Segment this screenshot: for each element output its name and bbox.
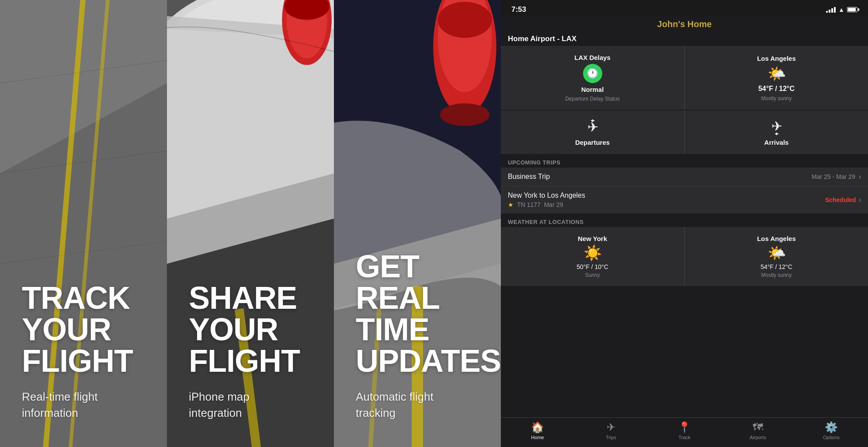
track-tab-label: Track xyxy=(678,435,690,440)
lax-status-label: Normal xyxy=(581,86,604,93)
promo-panel-track: TRACK YOUR FLIGHT Real-time flight infor… xyxy=(0,0,167,447)
status-time: 7:53 xyxy=(511,5,526,14)
clock-icon: 🕐 xyxy=(587,68,598,79)
star-icon: ★ xyxy=(508,201,514,208)
wifi-icon: ▲ xyxy=(838,6,844,13)
business-trip-dates: Mar 25 - Mar 29 xyxy=(812,173,855,180)
panel-1-subtext: Real-time flight information xyxy=(22,389,145,421)
panel-2-subtext: iPhone map integration xyxy=(189,389,312,421)
svg-point-25 xyxy=(437,2,492,38)
departures-card[interactable]: ✈ Departures xyxy=(501,111,684,154)
svg-point-26 xyxy=(440,103,490,126)
new-york-temp: 50°F / 10°C xyxy=(576,263,608,270)
panel-2-content: SHARE YOUR FLIGHT iPhone map integration xyxy=(189,282,312,421)
upcoming-trips-label: Upcoming Trips xyxy=(501,154,868,168)
new-york-weather-icon: ☀️ xyxy=(583,244,602,262)
airports-tab-label: Airports xyxy=(750,435,766,440)
weather-cards-grid: New York ☀️ 50°F / 10°C Sunny Los Angele… xyxy=(501,227,868,286)
options-tab-icon: ⚙️ xyxy=(825,421,838,433)
la-weather-icon-2: 🌤️ xyxy=(767,244,786,262)
la-weather-icon: 🌤️ xyxy=(767,65,786,82)
tab-airports[interactable]: 🗺 Airports xyxy=(743,421,773,440)
arrivals-card[interactable]: ✈ Arrivals xyxy=(685,111,868,154)
panel-3-content: GET REAL TIME UPDATES Automatic flight t… xyxy=(356,251,479,421)
nav-title: John's Home xyxy=(501,16,868,31)
arrivals-label: Arrivals xyxy=(764,139,789,146)
business-trip-row[interactable]: Business Trip Mar 25 - Mar 29 › xyxy=(501,168,868,186)
svg-text:✈: ✈ xyxy=(771,119,782,133)
tab-trips[interactable]: ✈ Trips xyxy=(596,421,626,440)
airports-tab-icon: 🗺 xyxy=(753,421,763,433)
tab-home[interactable]: 🏠 Home xyxy=(522,421,553,440)
lax-delays-subtitle: Departure Delay Status xyxy=(565,96,620,102)
promo-panel-share: SHARE YOUR FLIGHT iPhone map integration xyxy=(167,0,334,447)
home-tab-icon: 🏠 xyxy=(531,421,544,433)
flight-date: Mar 29 xyxy=(544,201,563,208)
home-tab-label: Home xyxy=(531,435,544,440)
track-tab-icon: 📍 xyxy=(678,421,691,433)
signal-icon xyxy=(826,7,836,13)
arrivals-icon: ✈ xyxy=(768,119,785,136)
tab-track[interactable]: 📍 Track xyxy=(669,421,700,440)
la-weather-card[interactable]: Los Angeles 🌤️ 54°F / 12°C Mostly sunny xyxy=(685,46,868,110)
la-weather-card-2[interactable]: Los Angeles 🌤️ 54°F / 12°C Mostly sunny xyxy=(685,227,868,286)
new-york-city-name: New York xyxy=(578,235,607,242)
tab-options[interactable]: ⚙️ Options xyxy=(816,421,847,440)
spacer xyxy=(501,286,868,417)
flight-number: TN 1177 xyxy=(517,201,541,208)
weather-locations-label: Weather at Locations xyxy=(501,213,868,227)
new-york-desc: Sunny xyxy=(585,272,600,278)
flight-chevron-icon: › xyxy=(859,196,861,204)
options-tab-label: Options xyxy=(823,435,840,440)
phone-content: John's Home Home Airport - LAX LAX Delay… xyxy=(501,16,868,447)
la-desc: Mostly sunny xyxy=(761,272,792,278)
lax-status-icon: 🕐 xyxy=(583,64,602,83)
flight-status: Scheduled xyxy=(825,196,856,203)
battery-icon xyxy=(847,7,858,12)
flight-route: New York to Los Angeles xyxy=(508,192,585,199)
flight-row[interactable]: New York to Los Angeles ★ TN 1177 Mar 29… xyxy=(501,186,868,213)
la-weather-desc: Mostly sunny xyxy=(761,95,792,101)
trips-tab-icon: ✈ xyxy=(607,421,615,433)
flight-info-left: New York to Los Angeles ★ TN 1177 Mar 29 xyxy=(508,192,585,208)
panel-3-headline: GET REAL TIME UPDATES xyxy=(356,251,479,377)
panel-1-content: TRACK YOUR FLIGHT Real-time flight infor… xyxy=(22,282,145,421)
status-icons: ▲ xyxy=(826,6,858,13)
departures-icon: ✈ xyxy=(584,119,601,136)
la-weather-title: Los Angeles xyxy=(757,55,796,62)
phone-panel: 7:53 ▲ John's Home Home Airport - LAX LA… xyxy=(501,0,868,447)
panel-2-headline: SHARE YOUR FLIGHT xyxy=(189,282,312,377)
status-bar: 7:53 ▲ xyxy=(501,0,868,16)
business-trip-name: Business Trip xyxy=(508,173,550,181)
panel-1-headline: TRACK YOUR FLIGHT xyxy=(22,282,145,377)
new-york-weather-card[interactable]: New York ☀️ 50°F / 10°C Sunny xyxy=(501,227,684,286)
lax-delays-card[interactable]: LAX Delays 🕐 Normal Departure Delay Stat… xyxy=(501,46,684,110)
la-temp: 54°F / 12°C xyxy=(760,263,792,270)
la-weather-temp: 54°F / 12°C xyxy=(758,85,795,93)
la-city-name: Los Angeles xyxy=(757,235,796,242)
promo-panel-updates: GET REAL TIME UPDATES Automatic flight t… xyxy=(334,0,501,447)
airport-info-grid: LAX Delays 🕐 Normal Departure Delay Stat… xyxy=(501,46,868,110)
panel-3-subtext: Automatic flight tracking xyxy=(356,389,479,421)
lax-delays-title: LAX Delays xyxy=(574,54,611,61)
flight-right: Scheduled › xyxy=(825,196,861,204)
trips-tab-label: Trips xyxy=(606,435,616,440)
home-airport-header: Home Airport - LAX xyxy=(501,31,868,46)
tab-bar: 🏠 Home ✈ Trips 📍 Track 🗺 Airports ⚙️ Opt… xyxy=(501,417,868,447)
chevron-right-icon: › xyxy=(859,173,861,181)
flight-actions-grid: ✈ Departures ✈ Arrivals xyxy=(501,111,868,154)
flight-details: ★ TN 1177 Mar 29 xyxy=(508,201,585,208)
departures-label: Departures xyxy=(575,139,610,146)
